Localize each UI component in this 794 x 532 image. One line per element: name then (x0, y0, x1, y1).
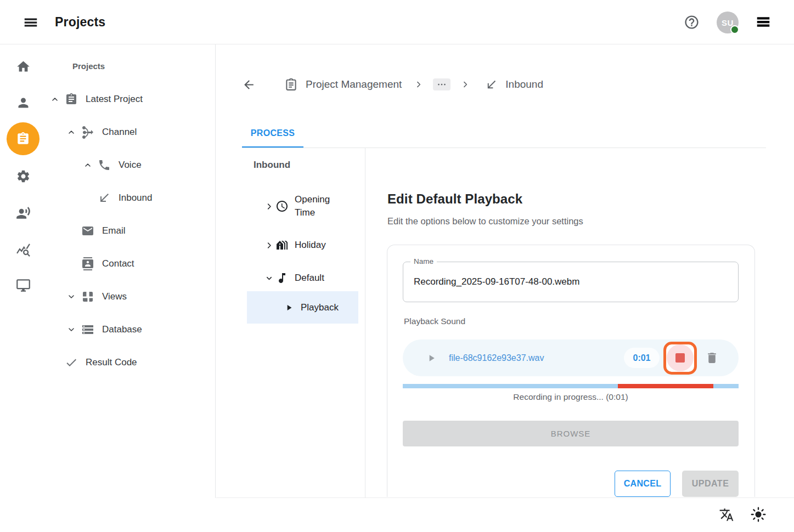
chevron-right-icon[interactable] (265, 241, 273, 250)
tree-item-label: Inbound (119, 193, 152, 203)
page-subtitle: Edit the options below to customize your… (387, 216, 583, 227)
chevron-up-icon[interactable] (67, 128, 76, 137)
chevron-up-icon[interactable] (50, 95, 59, 104)
tab-divider (242, 148, 766, 148)
app-window: Projects SU Projects Latest ProjectChann… (0, 0, 794, 532)
process-panel-header: Inbound (254, 159, 290, 172)
main-panel: Project Management Inbound PROCESS Inbou… (216, 44, 794, 498)
sidebar-tree-item-channel[interactable]: Channel (0, 116, 215, 149)
recording-status-text: Recording in progress... (0:01) (403, 392, 739, 403)
playback-sound-label: Playback Sound (404, 316, 465, 326)
audio-file-link[interactable]: file-68c9162e93e37.wav (449, 353, 544, 363)
tree-item-label: Holiday (295, 239, 326, 252)
tree-item-label: Email (102, 225, 126, 236)
chevron-down-icon[interactable] (265, 274, 273, 282)
sidebar-tree-item-voice[interactable]: Voice (0, 149, 215, 182)
sidebar-tree-item-database[interactable]: Database (0, 313, 215, 346)
tree-item-label: Default (295, 271, 324, 285)
online-status-dot (730, 25, 739, 34)
sidebar: Projects Latest ProjectChannelVoiceInbou… (0, 44, 216, 498)
page-title: Edit Default Playback (387, 191, 522, 207)
home-icon (16, 59, 31, 74)
call-received-icon (485, 78, 498, 91)
chevron-up-icon[interactable] (83, 161, 92, 169)
delete-icon[interactable] (705, 350, 719, 365)
tree-item-label: Database (102, 324, 142, 335)
duration-badge: 0:01 (624, 348, 660, 368)
channel-icon (81, 126, 94, 139)
help-icon[interactable] (684, 14, 700, 30)
cancel-button[interactable]: CANCEL (615, 471, 671, 497)
clock-icon (275, 200, 289, 213)
chevron-down-icon[interactable] (67, 292, 76, 301)
music-note-icon (275, 271, 289, 285)
sidebar-header: Projects (72, 59, 105, 72)
top-bar: Projects SU (0, 0, 794, 44)
chevron-right-icon (415, 81, 423, 88)
rail-item-home[interactable] (7, 50, 40, 83)
overflow-menu-icon[interactable] (755, 14, 772, 30)
chevron-right-icon[interactable] (265, 202, 273, 211)
storage-icon (81, 323, 94, 336)
browse-button[interactable]: BROWSE (403, 421, 739, 446)
contacts-icon (81, 257, 94, 270)
translate-icon[interactable] (719, 507, 734, 522)
name-field-label: Name (410, 257, 437, 265)
process-tree-item-holiday[interactable]: Holiday (216, 229, 326, 262)
grid-icon (81, 290, 94, 303)
call-received-icon (98, 191, 111, 205)
tree-item-label: Contact (102, 258, 134, 269)
clipboard-icon (65, 93, 78, 106)
tree-item-label: Voice (119, 160, 142, 171)
tree-item-label: Views (102, 291, 127, 302)
update-button[interactable]: UPDATE (682, 471, 739, 497)
brightness-icon[interactable] (750, 506, 767, 523)
back-arrow-icon[interactable] (242, 78, 256, 92)
form-actions: CANCEL UPDATE (387, 471, 739, 497)
play-icon[interactable] (426, 352, 437, 364)
sidebar-tree-item-result-code[interactable]: Result Code (0, 346, 215, 379)
stop-recording-button[interactable] (663, 342, 697, 375)
chevron-down-icon[interactable] (67, 325, 76, 334)
name-field-value[interactable]: Recording_2025-09-16T07-48-00.webm (414, 276, 579, 287)
breadcrumb-root[interactable]: Project Management (306, 78, 402, 90)
chevron-right-icon (461, 81, 469, 88)
recording-progress-segment (618, 384, 713, 388)
tree-item-playback[interactable]: Playback (247, 291, 358, 324)
name-field[interactable]: Name Recording_2025-09-16T07-48-00.webm (403, 262, 739, 302)
sidebar-tree-item-contact[interactable]: Contact (0, 247, 215, 280)
audio-player: file-68c9162e93e37.wav 0:01 (403, 339, 739, 376)
email-icon (81, 224, 94, 237)
tree-item-label: Playback (301, 302, 339, 313)
tab-process[interactable]: PROCESS (242, 120, 303, 148)
process-tree-item-opening-time[interactable]: Opening Time (216, 189, 343, 223)
clipboard-icon (284, 78, 298, 92)
tree-item-label: Latest Project (86, 94, 143, 105)
tree-item-label: Opening Time (295, 193, 343, 219)
stop-icon (675, 353, 685, 363)
check-icon (65, 356, 78, 369)
phone-icon (98, 159, 111, 172)
sidebar-tree-item-email[interactable]: Email (0, 214, 215, 247)
breadcrumb-ellipsis[interactable] (433, 78, 451, 90)
menu-icon[interactable] (22, 14, 39, 31)
sidebar-tree-item-views[interactable]: Views (0, 280, 215, 313)
sidebar-tree-item-latest-project[interactable]: Latest Project (0, 83, 215, 116)
breadcrumb: Project Management Inbound (242, 73, 543, 95)
process-tree-item-default[interactable]: Default (216, 262, 324, 295)
settings-card: Name Recording_2025-09-16T07-48-00.webm … (387, 245, 755, 497)
sidebar-tree-item-inbound[interactable]: Inbound (0, 182, 215, 214)
tree-item-label: Result Code (86, 357, 137, 368)
ellipsis-icon (436, 78, 448, 90)
app-title: Projects (55, 0, 105, 44)
holiday-icon (275, 239, 289, 252)
play-arrow-icon (284, 303, 294, 313)
tree-item-label: Channel (102, 127, 137, 138)
breadcrumb-current: Inbound (505, 78, 543, 90)
panel-divider (365, 148, 365, 498)
playback-progress-bar[interactable] (403, 384, 739, 388)
